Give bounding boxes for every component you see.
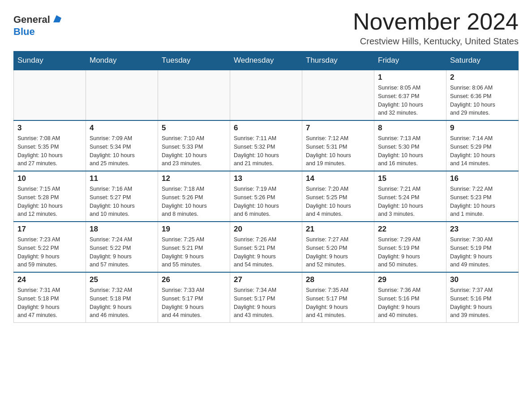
logo-triangle-icon (51, 14, 61, 24)
calendar-cell: 24Sunrise: 7:31 AM Sunset: 5:18 PM Dayli… (14, 272, 86, 323)
day-number: 21 (306, 225, 370, 234)
calendar-cell: 3Sunrise: 7:08 AM Sunset: 5:35 PM Daylig… (14, 120, 86, 171)
calendar-cell: 8Sunrise: 7:13 AM Sunset: 5:30 PM Daylig… (374, 120, 446, 171)
month-title: November 2024 (353, 9, 519, 34)
calendar-header-monday: Monday (86, 51, 158, 70)
calendar-cell: 16Sunrise: 7:22 AM Sunset: 5:23 PM Dayli… (446, 171, 519, 222)
day-info: Sunrise: 7:14 AM Sunset: 5:29 PM Dayligh… (450, 134, 515, 168)
day-info: Sunrise: 7:11 AM Sunset: 5:32 PM Dayligh… (234, 134, 298, 168)
day-number: 27 (234, 275, 298, 284)
calendar-cell: 17Sunrise: 7:23 AM Sunset: 5:22 PM Dayli… (14, 222, 86, 272)
day-number: 8 (378, 124, 442, 133)
calendar-header-sunday: Sunday (14, 51, 86, 70)
day-info: Sunrise: 7:31 AM Sunset: 5:18 PM Dayligh… (17, 286, 82, 320)
calendar-header-friday: Friday (374, 51, 446, 70)
day-number: 25 (90, 275, 154, 284)
calendar-cell: 10Sunrise: 7:15 AM Sunset: 5:28 PM Dayli… (14, 171, 86, 222)
calendar-cell: 30Sunrise: 7:37 AM Sunset: 5:16 PM Dayli… (446, 272, 519, 323)
day-info: Sunrise: 7:23 AM Sunset: 5:22 PM Dayligh… (17, 235, 82, 269)
calendar-cell: 27Sunrise: 7:34 AM Sunset: 5:17 PM Dayli… (230, 272, 302, 323)
calendar-cell: 18Sunrise: 7:24 AM Sunset: 5:22 PM Dayli… (86, 222, 158, 272)
calendar-cell: 19Sunrise: 7:25 AM Sunset: 5:21 PM Dayli… (158, 222, 230, 272)
day-info: Sunrise: 8:05 AM Sunset: 6:37 PM Dayligh… (378, 84, 442, 117)
day-number: 28 (306, 275, 370, 284)
calendar-cell: 7Sunrise: 7:12 AM Sunset: 5:31 PM Daylig… (302, 120, 374, 171)
calendar-header-tuesday: Tuesday (158, 51, 230, 70)
calendar-week-row: 17Sunrise: 7:23 AM Sunset: 5:22 PM Dayli… (14, 222, 519, 272)
day-number: 19 (162, 225, 226, 234)
day-info: Sunrise: 7:16 AM Sunset: 5:27 PM Dayligh… (90, 185, 154, 218)
calendar-cell (230, 70, 302, 120)
day-info: Sunrise: 7:29 AM Sunset: 5:19 PM Dayligh… (378, 235, 442, 269)
calendar-cell: 4Sunrise: 7:09 AM Sunset: 5:34 PM Daylig… (86, 120, 158, 171)
day-info: Sunrise: 7:27 AM Sunset: 5:20 PM Dayligh… (306, 235, 370, 269)
day-number: 12 (162, 174, 226, 183)
day-number: 17 (17, 225, 82, 234)
calendar-cell: 25Sunrise: 7:32 AM Sunset: 5:18 PM Dayli… (86, 272, 158, 323)
day-number: 15 (378, 174, 442, 183)
day-number: 1 (378, 73, 442, 82)
location-title: Crestview Hills, Kentucky, United States (353, 36, 519, 47)
day-info: Sunrise: 7:13 AM Sunset: 5:30 PM Dayligh… (378, 134, 442, 168)
day-info: Sunrise: 7:20 AM Sunset: 5:25 PM Dayligh… (306, 185, 370, 218)
day-number: 22 (378, 225, 442, 234)
day-info: Sunrise: 8:06 AM Sunset: 6:36 PM Dayligh… (450, 84, 515, 117)
calendar-cell: 14Sunrise: 7:20 AM Sunset: 5:25 PM Dayli… (302, 171, 374, 222)
day-number: 16 (450, 174, 515, 183)
page-header: General Blue November 2024 Crestview Hil… (13, 9, 519, 47)
day-info: Sunrise: 7:32 AM Sunset: 5:18 PM Dayligh… (90, 286, 154, 320)
day-number: 20 (234, 225, 298, 234)
day-number: 5 (162, 124, 226, 133)
calendar-cell: 28Sunrise: 7:35 AM Sunset: 5:17 PM Dayli… (302, 272, 374, 323)
calendar-header-thursday: Thursday (302, 51, 374, 70)
day-number: 9 (450, 124, 515, 133)
calendar-week-row: 24Sunrise: 7:31 AM Sunset: 5:18 PM Dayli… (14, 272, 519, 323)
calendar-cell: 9Sunrise: 7:14 AM Sunset: 5:29 PM Daylig… (446, 120, 519, 171)
day-number: 30 (450, 275, 515, 284)
day-number: 11 (90, 174, 154, 183)
day-info: Sunrise: 7:34 AM Sunset: 5:17 PM Dayligh… (234, 286, 298, 320)
logo: General Blue (13, 9, 61, 38)
calendar-cell (302, 70, 374, 120)
calendar-cell: 29Sunrise: 7:36 AM Sunset: 5:16 PM Dayli… (374, 272, 446, 323)
day-info: Sunrise: 7:12 AM Sunset: 5:31 PM Dayligh… (306, 134, 370, 168)
calendar-week-row: 10Sunrise: 7:15 AM Sunset: 5:28 PM Dayli… (14, 171, 519, 222)
day-info: Sunrise: 7:26 AM Sunset: 5:21 PM Dayligh… (234, 235, 298, 269)
day-number: 10 (17, 174, 82, 183)
calendar-cell: 1Sunrise: 8:05 AM Sunset: 6:37 PM Daylig… (374, 70, 446, 120)
day-info: Sunrise: 7:37 AM Sunset: 5:16 PM Dayligh… (450, 286, 515, 320)
svg-marker-0 (53, 15, 61, 22)
day-info: Sunrise: 7:24 AM Sunset: 5:22 PM Dayligh… (90, 235, 154, 269)
calendar-week-row: 1Sunrise: 8:05 AM Sunset: 6:37 PM Daylig… (14, 70, 519, 120)
calendar-cell: 26Sunrise: 7:33 AM Sunset: 5:17 PM Dayli… (158, 272, 230, 323)
calendar-cell (86, 70, 158, 120)
day-info: Sunrise: 7:36 AM Sunset: 5:16 PM Dayligh… (378, 286, 442, 320)
day-number: 14 (306, 174, 370, 183)
title-area: November 2024 Crestview Hills, Kentucky,… (353, 9, 519, 47)
calendar-cell: 11Sunrise: 7:16 AM Sunset: 5:27 PM Dayli… (86, 171, 158, 222)
day-number: 24 (17, 275, 82, 284)
day-number: 6 (234, 124, 298, 133)
calendar-table: SundayMondayTuesdayWednesdayThursdayFrid… (13, 51, 519, 323)
day-number: 29 (378, 275, 442, 284)
calendar-cell: 6Sunrise: 7:11 AM Sunset: 5:32 PM Daylig… (230, 120, 302, 171)
calendar-cell: 23Sunrise: 7:30 AM Sunset: 5:19 PM Dayli… (446, 222, 519, 272)
calendar-cell: 22Sunrise: 7:29 AM Sunset: 5:19 PM Dayli… (374, 222, 446, 272)
day-number: 3 (17, 124, 82, 133)
day-number: 23 (450, 225, 515, 234)
day-info: Sunrise: 7:08 AM Sunset: 5:35 PM Dayligh… (17, 134, 82, 168)
calendar-cell: 20Sunrise: 7:26 AM Sunset: 5:21 PM Dayli… (230, 222, 302, 272)
calendar-cell: 15Sunrise: 7:21 AM Sunset: 5:24 PM Dayli… (374, 171, 446, 222)
day-number: 26 (162, 275, 226, 284)
day-number: 2 (450, 73, 515, 82)
day-info: Sunrise: 7:25 AM Sunset: 5:21 PM Dayligh… (162, 235, 226, 269)
day-info: Sunrise: 7:09 AM Sunset: 5:34 PM Dayligh… (90, 134, 154, 168)
calendar-header-saturday: Saturday (446, 51, 519, 70)
logo-blue-text: Blue (13, 26, 35, 38)
day-info: Sunrise: 7:18 AM Sunset: 5:26 PM Dayligh… (162, 185, 226, 218)
calendar-header-wednesday: Wednesday (230, 51, 302, 70)
calendar-cell: 21Sunrise: 7:27 AM Sunset: 5:20 PM Dayli… (302, 222, 374, 272)
day-info: Sunrise: 7:33 AM Sunset: 5:17 PM Dayligh… (162, 286, 226, 320)
day-info: Sunrise: 7:19 AM Sunset: 5:26 PM Dayligh… (234, 185, 298, 218)
calendar-cell: 12Sunrise: 7:18 AM Sunset: 5:26 PM Dayli… (158, 171, 230, 222)
